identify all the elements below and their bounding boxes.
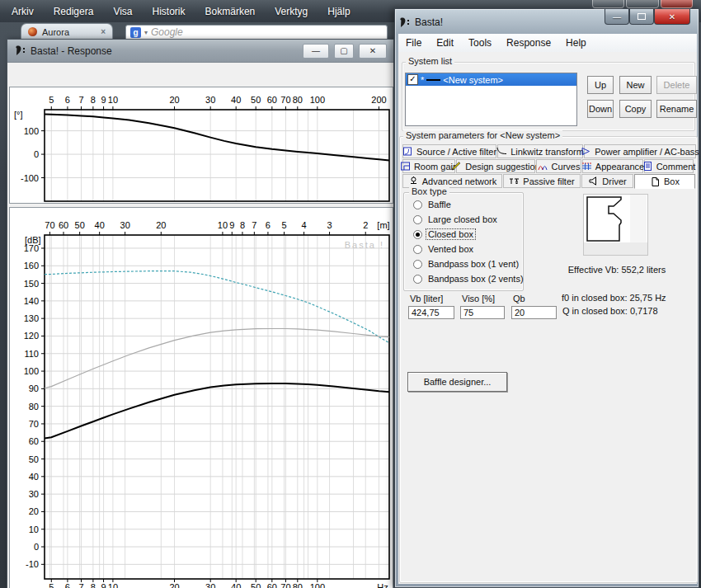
menu-file[interactable]: File xyxy=(398,37,429,49)
svg-text:20: 20 xyxy=(156,220,166,230)
svg-text:60: 60 xyxy=(267,582,277,588)
svg-text:40: 40 xyxy=(29,472,39,482)
svg-text:130: 130 xyxy=(24,313,39,323)
response-titlebar[interactable]: Basta! - Response — ▢ ✕ xyxy=(7,40,393,63)
basta-client-area: System list ✓ * <New system> Up New Dele… xyxy=(398,52,697,584)
svg-text:3: 3 xyxy=(327,220,332,230)
radio-baffle[interactable]: Baffle xyxy=(413,199,453,210)
baffle-designer-button[interactable]: Baffle designer... xyxy=(407,372,507,392)
amplifier-triangle-icon xyxy=(581,147,591,156)
svg-text:5: 5 xyxy=(282,220,287,230)
maximize-button[interactable] xyxy=(629,9,654,25)
browser-menu-redigera[interactable]: Redigera xyxy=(54,6,94,17)
basta-window-title: Basta! xyxy=(415,16,443,28)
tab-power-amplifier[interactable]: Power amplifier / AC-bass xyxy=(584,144,696,158)
minimize-button[interactable]: — xyxy=(303,44,329,59)
radio-icon[interactable] xyxy=(413,200,422,209)
tab-label: Passive filter xyxy=(523,176,574,186)
tab-room-gain[interactable]: Room gain xyxy=(402,159,455,173)
browser-search-box[interactable]: g ▾ Google xyxy=(125,25,388,40)
svg-text:60: 60 xyxy=(29,436,39,446)
radio-bandpass-2[interactable]: Bandpass box (2 vents) xyxy=(413,273,525,285)
svg-text:6: 6 xyxy=(266,220,271,230)
close-button[interactable]: ✕ xyxy=(654,9,690,25)
qb-input[interactable]: 20 xyxy=(511,306,557,319)
browser-menu-visa[interactable]: Visa xyxy=(113,6,132,17)
browser-tab-aurora[interactable]: Aurora × xyxy=(21,23,113,40)
radio-label: Large closed box xyxy=(426,214,499,224)
radio-icon[interactable] xyxy=(413,215,422,224)
svg-text:100: 100 xyxy=(310,95,325,105)
viso-input[interactable]: 75 xyxy=(460,306,505,319)
effective-vb-readout: Effective Vb: 552,2 liters xyxy=(563,265,670,275)
maximize-button[interactable]: ▢ xyxy=(334,44,354,59)
radio-large-closed-box[interactable]: Large closed box xyxy=(413,214,499,225)
tab-label: Power amplifier / AC-bass xyxy=(595,147,699,157)
radio-icon[interactable] xyxy=(413,260,422,269)
tab-box[interactable]: Box xyxy=(634,174,695,189)
browser-menu-arkiv[interactable]: Arkiv xyxy=(12,6,34,17)
menu-edit[interactable]: Edit xyxy=(429,37,461,49)
browser-menu-verktyg[interactable]: Verktyg xyxy=(275,6,308,17)
svg-text:160: 160 xyxy=(24,261,39,270)
svg-text:70: 70 xyxy=(280,582,290,588)
up-button[interactable]: Up xyxy=(587,76,614,94)
radio-closed-box[interactable]: Closed box xyxy=(413,228,475,240)
search-engine-dropdown-icon[interactable]: ▾ xyxy=(144,29,148,36)
vb-input[interactable]: 424,75 xyxy=(408,306,454,319)
menu-tools[interactable]: Tools xyxy=(461,37,499,49)
svg-text:30: 30 xyxy=(29,489,39,499)
tab-comment[interactable]: Comment xyxy=(644,159,694,173)
down-button[interactable]: Down xyxy=(587,100,614,118)
browser-menu-historik[interactable]: Historik xyxy=(153,6,186,17)
vb-label: Vb [liter] xyxy=(410,294,443,303)
svg-text:20: 20 xyxy=(29,506,39,516)
rename-button[interactable]: Rename xyxy=(656,100,697,118)
radio-bandpass-1[interactable]: Bandpass box (1 vent) xyxy=(413,258,520,270)
system-checkbox-checked[interactable]: ✓ xyxy=(407,74,418,85)
radio-vented-box[interactable]: Vented box xyxy=(413,243,475,255)
minimize-button[interactable]: — xyxy=(605,9,629,25)
tab-close-icon[interactable]: × xyxy=(101,27,106,36)
browser-menu-hjalp[interactable]: Hjälp xyxy=(327,6,350,17)
system-list-item-selected[interactable]: ✓ * <New system> xyxy=(406,73,576,86)
menu-help[interactable]: Help xyxy=(558,37,594,49)
system-listbox[interactable]: ✓ * <New system> xyxy=(405,73,577,126)
box-icon xyxy=(650,177,661,186)
network-node-icon xyxy=(408,176,419,186)
radio-icon[interactable] xyxy=(413,245,422,254)
radio-icon[interactable] xyxy=(413,275,422,284)
tab-curves[interactable]: Curves xyxy=(536,159,581,173)
copy-button[interactable]: Copy xyxy=(619,100,652,118)
svg-text:Hz: Hz xyxy=(377,582,388,588)
tab-label: Driver xyxy=(602,176,626,186)
browser-close-button[interactable] xyxy=(661,0,693,8)
svg-text:0: 0 xyxy=(34,149,39,159)
svg-text:30: 30 xyxy=(205,95,215,105)
tab-driver[interactable]: Driver xyxy=(581,174,633,188)
tab-source-active-filter[interactable]: Source / Active filter xyxy=(402,144,496,158)
tab-passive-filter[interactable]: Passive filter xyxy=(503,174,581,188)
svg-text:5: 5 xyxy=(49,582,54,588)
tab-appearance[interactable]: Appearance xyxy=(582,159,643,173)
diagram-margin xyxy=(584,242,647,255)
svg-text:140: 140 xyxy=(24,296,39,306)
browser-window-controls[interactable] xyxy=(592,0,693,8)
close-button[interactable]: ✕ xyxy=(359,44,387,59)
browser-menu-bokmarken[interactable]: Bokmärken xyxy=(205,6,256,17)
svg-text:40: 40 xyxy=(231,582,241,588)
new-button[interactable]: New xyxy=(619,76,652,94)
svg-text:6: 6 xyxy=(65,582,70,588)
menu-response[interactable]: Response xyxy=(499,37,558,49)
svg-text:8: 8 xyxy=(240,220,245,230)
tab-label: Linkwitz transform xyxy=(510,147,584,157)
browser-maximize-button[interactable] xyxy=(626,0,658,8)
svg-text:100: 100 xyxy=(24,126,39,136)
tab-linkwitz-transform[interactable]: Linkwitz transform xyxy=(497,144,583,158)
tab-design-suggestion[interactable]: Design suggestion xyxy=(456,159,535,173)
radio-icon-selected[interactable] xyxy=(413,230,422,239)
speaker-icon xyxy=(588,176,599,186)
svg-text:[dB]: [dB] xyxy=(25,235,41,245)
basta-window-controls: — ✕ xyxy=(605,9,690,25)
browser-minimize-button[interactable] xyxy=(592,0,624,8)
